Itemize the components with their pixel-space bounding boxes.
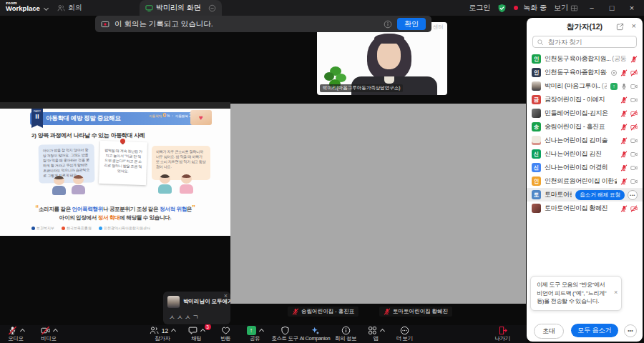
- info-icon[interactable]: [384, 20, 392, 29]
- footer-more-button[interactable]: •••: [624, 324, 637, 337]
- view-button[interactable]: 보기: [554, 3, 578, 13]
- background-sign-text: 센터: [433, 24, 444, 31]
- participant-row[interactable]: 인 인천의료원어린이집 이한솔: [527, 174, 643, 188]
- cartoon-child: [50, 176, 67, 202]
- avatar: 신: [532, 149, 541, 159]
- avatar: [532, 81, 541, 91]
- avatar: 인: [532, 68, 541, 77]
- participant-name: 민들레어린이집-김지은: [545, 109, 617, 118]
- reactions-button[interactable]: 반응: [213, 326, 238, 342]
- tab-screen-share-label: 박미리의 화면: [156, 3, 201, 13]
- close-icon[interactable]: ×: [632, 21, 636, 30]
- participant-row[interactable]: 신 신나는어린이집 김진: [527, 147, 643, 161]
- ai-companion-button[interactable]: AI Companion: [295, 326, 335, 342]
- chevron-up-icon[interactable]: [200, 329, 205, 334]
- close-icon[interactable]: ×: [224, 292, 228, 299]
- search-input[interactable]: [547, 38, 625, 46]
- titlebar: zoom Workplace 회의 박미리의 화면 로그인 녹화 중 보기 − …: [0, 0, 644, 16]
- chevron-up-icon[interactable]: [171, 329, 176, 334]
- participant-search[interactable]: [532, 36, 637, 48]
- camera-off-icon: [630, 205, 638, 212]
- chevron-up-icon[interactable]: [379, 329, 384, 334]
- chevron-up-icon[interactable]: [19, 329, 24, 334]
- titlebar-right: 로그인 녹화 중 보기 − □ ×: [469, 0, 644, 16]
- leave-button[interactable]: 나가기: [488, 326, 517, 342]
- participant-row[interactable]: 신 신나는어린이집 어경희: [527, 161, 643, 174]
- participants-button[interactable]: 12 참가자: [143, 326, 182, 342]
- row-more-button[interactable]: •••: [628, 190, 638, 200]
- apps-button[interactable]: 앱: [364, 326, 388, 342]
- close-button[interactable]: ×: [625, 0, 638, 16]
- shared-slide: PART II 아동학대 예방 정말 중요해요 아동학대0% : 아동행복100…: [0, 109, 230, 236]
- minimize-button[interactable]: −: [585, 0, 598, 16]
- confirm-button[interactable]: 확인: [397, 18, 426, 30]
- mic-muted-icon: [620, 110, 628, 117]
- cartoon-child: [177, 174, 195, 200]
- participant-name: 박미리 (마음그루아..(공동 호스트): [545, 81, 607, 91]
- close-icon[interactable]: ×: [614, 288, 618, 297]
- video-name-tag: 송림어린이집 - 홍진표: [288, 307, 358, 317]
- chat-notification-popup[interactable]: 박미리님이 모두에게 × ㅅㅅㅅㄱ: [163, 292, 230, 324]
- audio-status-icon: [610, 69, 618, 76]
- tab-options-icon[interactable]: [208, 4, 216, 12]
- chevron-up-icon[interactable]: [52, 329, 57, 334]
- share-button[interactable]: ↑ 공유: [241, 326, 268, 342]
- meeting-info-button[interactable]: 회의 정보: [330, 326, 361, 342]
- camera-on-icon: [630, 164, 638, 172]
- cartoon-child: [156, 174, 173, 200]
- zoom-workplace-logo[interactable]: zoom Workplace: [6, 1, 40, 12]
- tab-meeting[interactable]: 회의: [52, 0, 88, 16]
- participant-row[interactable]: 신나는어린이집 김미술: [527, 134, 643, 147]
- mic-muted-icon: [620, 69, 628, 76]
- participant-row[interactable]: 인 인천동구육아종합지원...(공동 호스트, 나): [527, 52, 643, 66]
- mic-muted-icon: [620, 178, 628, 185]
- recording-status[interactable]: 녹화 중: [514, 3, 547, 13]
- chevron-down-icon[interactable]: [44, 6, 49, 11]
- audio-button[interactable]: 오디오: [1, 326, 30, 342]
- participant-row[interactable]: 토마토어린이집 황혜진: [527, 202, 643, 215]
- monitor-icon: [145, 4, 153, 12]
- participant-row[interactable]: 민들레어린이집-김지은: [527, 106, 643, 120]
- video-name-tag: 박미리(마음그루아동가족상담연구소): [320, 84, 403, 92]
- chevron-up-icon[interactable]: [258, 329, 263, 334]
- slide-subtitle: 2) 양육 과정에서 나타날 수 있는 아동학대 사례: [31, 131, 145, 139]
- slide-title: 아동학대 예방 정말 중요해요: [46, 114, 121, 123]
- participants-count: 12: [162, 327, 168, 334]
- avatar: 토: [532, 190, 541, 199]
- participant-row[interactable]: 박미리 (마음그루아..(공동 호스트) ↑: [527, 79, 643, 93]
- security-shield-icon[interactable]: [497, 4, 507, 13]
- chat-button[interactable]: 3 채팅: [182, 326, 210, 342]
- avatar: [532, 204, 541, 213]
- shared-screen-area: [230, 104, 526, 304]
- participant-name: 인천동구육아종합지원...(공동 호스트, 나): [545, 54, 627, 64]
- participant-row[interactable]: 금 금장어린이집 - 이예지: [527, 93, 643, 106]
- more-button[interactable]: 더 보기: [391, 326, 417, 342]
- video-button[interactable]: 비디오: [34, 326, 63, 342]
- slide-part-badge: PART II: [31, 109, 43, 128]
- popout-icon[interactable]: [616, 23, 624, 31]
- maximize-button[interactable]: □: [605, 0, 618, 16]
- mic-muted-icon: [620, 124, 628, 131]
- recording-icon: [101, 20, 109, 29]
- record-dot-icon: [514, 6, 518, 10]
- share-icon: ↑: [247, 326, 256, 335]
- logo-icon: [99, 227, 102, 230]
- zoom-app-window: zoom Workplace 회의 박미리의 화면 로그인 녹화 중 보기 − …: [0, 0, 644, 343]
- tab-screen-share[interactable]: 박미리의 화면: [140, 0, 222, 16]
- chat-popup-message: ㅅㅅㅅㄱ: [169, 313, 200, 322]
- speaker-video-tile[interactable]: 센터 박미리(마음그루아동가족상담연구소): [317, 22, 447, 95]
- avatar: 신: [532, 163, 541, 172]
- camera-off-icon: [630, 124, 638, 131]
- avatar: [167, 296, 180, 308]
- participant-row[interactable]: 송 송림어린이집 - 홍진표: [527, 120, 643, 134]
- people-icon: [57, 4, 65, 12]
- mute-all-button[interactable]: 모두 음소거: [571, 324, 618, 337]
- participant-row[interactable]: 인 인천동구육아종합지원센..(호스트): [527, 66, 643, 79]
- apps-icon: [368, 326, 377, 335]
- pushpin-icon: [120, 139, 125, 144]
- participant-row-hovered[interactable]: 토 토마토어린이집-연.. 음소거 해제 요청•••: [527, 188, 643, 202]
- avatar: 송: [532, 122, 541, 131]
- ask-to-unmute-button[interactable]: 음소거 해제 요청: [575, 190, 625, 200]
- invite-button[interactable]: 초대: [534, 324, 564, 339]
- login-link[interactable]: 로그인: [469, 3, 490, 13]
